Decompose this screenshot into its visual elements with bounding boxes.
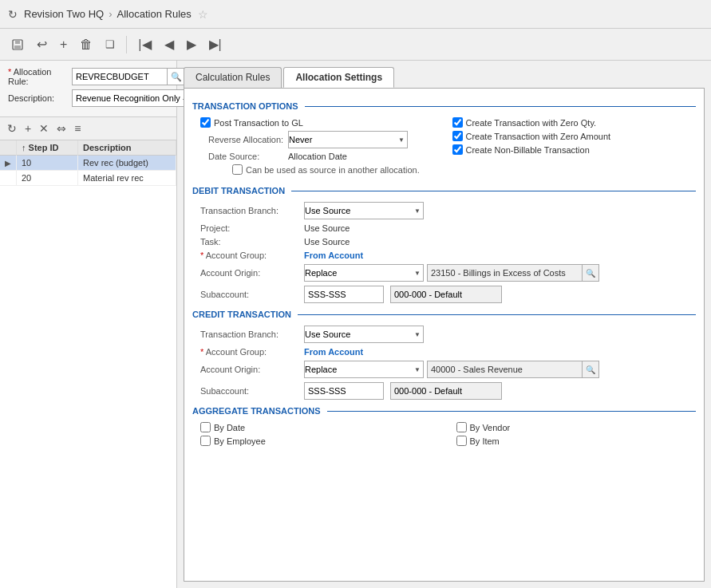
reverse-allocation-row: Reverse Allocation: Never Always On Peri… (200, 131, 444, 148)
by-item-label: By Item (470, 436, 500, 446)
left-add-button[interactable]: + (22, 120, 34, 136)
by-date-checkbox[interactable] (200, 422, 211, 432)
allocation-rule-label: Allocation Rule: (8, 67, 72, 86)
steps-table: ↑ Step ID Description ▶ 10 Rev rec (budg… (0, 140, 176, 588)
step-desc-cell: Material rev rec (78, 171, 176, 186)
by-item-checkbox[interactable] (456, 436, 467, 446)
right-panel: Calculation Rules Allocation Settings TR… (177, 61, 711, 588)
col-stepid[interactable]: ↑ Step ID (17, 140, 78, 156)
reverse-allocation-select[interactable]: Never Always On Period End (288, 131, 408, 148)
table-row[interactable]: 20 Material rev rec (0, 171, 176, 186)
tab-allocation-settings[interactable]: Allocation Settings (283, 67, 394, 88)
left-refresh-button[interactable]: ↻ (5, 120, 19, 136)
section-debit-transaction: DEBIT TRANSACTION (192, 186, 696, 195)
left-panel: Allocation Rule: 🔍 Description: ↻ + ✕ ⇔ … (0, 61, 177, 588)
credit-subaccount-default-input[interactable] (390, 382, 502, 400)
main-toolbar: ↩ + 🗑 ❑ |◀ ◀ ▶ ▶| (0, 29, 711, 61)
debit-account-input[interactable] (427, 264, 583, 282)
title-bar: ↻ Revision Two HQ › Allocation Rules ☆ (0, 0, 711, 29)
reverse-allocation-select-wrap: Never Always On Period End (288, 131, 408, 148)
save-button[interactable] (8, 37, 27, 53)
post-to-gl-label: Post Transaction to GL (214, 118, 303, 128)
copy-button[interactable]: ❑ (102, 37, 118, 52)
credit-account-group-value: From Account (304, 347, 363, 357)
post-to-gl-checkbox[interactable] (200, 117, 211, 128)
allocation-rule-area: Allocation Rule: 🔍 Description: (0, 61, 176, 117)
by-vendor-row: By Vendor (456, 422, 697, 432)
prev-record-button[interactable]: ◀ (161, 35, 177, 53)
page-name: Allocation Rules (117, 8, 192, 20)
create-zero-qty-label: Create Transaction with Zero Qty. (466, 118, 597, 128)
table-row[interactable]: ▶ 10 Rev rec (budget) (0, 156, 176, 171)
col-arrow (0, 140, 17, 156)
by-employee-row: By Employee (200, 436, 440, 446)
credit-account-origin-row: Account Origin: Replace Use Source Offse… (192, 361, 696, 378)
by-item-row: By Item (456, 436, 697, 446)
section-line (305, 106, 696, 107)
debit-account-origin-select[interactable]: Replace Use Source Offset (304, 264, 424, 282)
left-toolbar: ↻ + ✕ ⇔ ≡ (0, 117, 176, 140)
debit-subaccount-label: Subaccount: (200, 290, 304, 299)
post-to-gl-row: Post Transaction to GL (200, 117, 444, 128)
debit-project-row: Project: Use Source (192, 223, 696, 233)
debit-task-value: Use Source (304, 237, 350, 247)
debit-subaccount-row: Subaccount: (192, 286, 696, 303)
refresh-icon[interactable]: ↻ (8, 8, 18, 21)
col-description: Description (78, 140, 176, 156)
description-input[interactable] (72, 89, 190, 107)
steps-table-header: ↑ Step ID Description (0, 140, 176, 156)
debit-account-group-row: Account Group: From Account (192, 251, 696, 260)
next-record-button[interactable]: ▶ (184, 35, 199, 53)
by-employee-checkbox[interactable] (200, 436, 211, 446)
row-arrow (0, 171, 17, 186)
by-vendor-checkbox[interactable] (456, 422, 467, 432)
credit-account-group-label: Account Group: (200, 347, 304, 357)
credit-account-input-wrap: 🔍 (427, 361, 599, 378)
by-vendor-label: By Vendor (470, 423, 511, 432)
create-non-billable-row: Create Non-Billable Transaction (452, 144, 697, 155)
credit-account-group-row: Account Group: From Account (192, 347, 696, 357)
by-employee-label: By Employee (214, 436, 266, 446)
debit-branch-row: Transaction Branch: Use Source Specific (192, 202, 696, 219)
credit-subaccount-input[interactable] (304, 382, 384, 400)
undo-button[interactable]: ↩ (34, 35, 50, 53)
credit-account-origin-select[interactable]: Replace Use Source Offset (304, 361, 424, 378)
create-non-billable-label: Create Non-Billable Transaction (466, 145, 590, 155)
debit-task-label: Task: (200, 237, 304, 247)
allocation-rule-input[interactable] (72, 68, 168, 85)
credit-branch-select[interactable]: Use Source Specific (304, 326, 424, 343)
date-source-label: Date Source: (208, 152, 288, 161)
add-button[interactable]: + (57, 36, 70, 53)
section-aggregate-transactions: AGGREGATE TRANSACTIONS (192, 406, 696, 416)
first-record-button[interactable]: |◀ (135, 35, 154, 53)
create-non-billable-checkbox[interactable] (452, 144, 463, 155)
debit-subaccount-default-input[interactable] (390, 286, 502, 303)
left-delete-button[interactable]: ✕ (37, 120, 51, 136)
left-more-button[interactable]: ≡ (72, 120, 83, 136)
favorite-icon[interactable]: ☆ (198, 8, 208, 21)
tab-calculation-rules[interactable]: Calculation Rules (184, 67, 282, 88)
credit-account-input[interactable] (427, 361, 583, 378)
step-id-cell: 20 (17, 171, 78, 186)
section-transaction-options: TRANSACTION OPTIONS (192, 101, 696, 111)
last-record-button[interactable]: ▶| (206, 35, 225, 53)
section-line-aggregate (327, 411, 696, 412)
left-expand-button[interactable]: ⇔ (54, 120, 69, 136)
debit-branch-select-wrap: Use Source Specific (304, 202, 424, 219)
debit-account-input-wrap: 🔍 (427, 264, 599, 282)
debit-branch-select[interactable]: Use Source Specific (304, 202, 424, 219)
debit-account-search-button[interactable]: 🔍 (583, 264, 599, 282)
by-date-row: By Date (200, 422, 440, 432)
credit-account-search-button[interactable]: 🔍 (583, 361, 599, 378)
can-be-used-checkbox[interactable] (232, 164, 243, 175)
main-content: Allocation Rule: 🔍 Description: ↻ + ✕ ⇔ … (0, 61, 711, 588)
reverse-allocation-label: Reverse Allocation: (208, 135, 288, 144)
aggregate-checkboxes: By Date By Employee By Vendor By Item (192, 422, 696, 449)
credit-account-origin-select-wrap: Replace Use Source Offset (304, 361, 424, 378)
delete-button[interactable]: 🗑 (77, 36, 96, 53)
debit-subaccount-input[interactable] (304, 286, 384, 303)
create-zero-amount-checkbox[interactable] (452, 131, 463, 141)
debit-account-group-label: Account Group: (200, 251, 304, 260)
create-zero-qty-checkbox[interactable] (452, 117, 463, 128)
debit-account-origin-select-wrap: Replace Use Source Offset (304, 264, 424, 282)
